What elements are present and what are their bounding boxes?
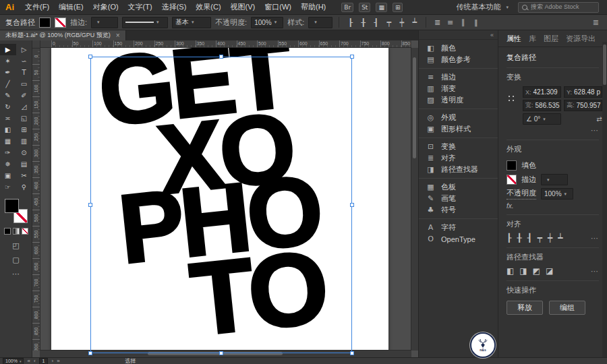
hand-tool[interactable]: ☞ xyxy=(0,181,16,193)
rotate-tool[interactable]: ↻ xyxy=(0,101,16,113)
pathfinder-unite-icon[interactable]: ◧ xyxy=(507,266,514,276)
fill-color-swatch[interactable] xyxy=(39,18,51,28)
scrollbar-thumb[interactable] xyxy=(603,44,606,85)
brush-definition-select[interactable]: 基本 xyxy=(172,17,211,28)
pathfinder-intersect-icon[interactable]: ◩ xyxy=(533,266,540,276)
menu-item[interactable]: 编辑(E) xyxy=(54,2,88,12)
transform-more-options-icon[interactable]: ⋯ xyxy=(507,126,599,135)
selection-handle-w[interactable] xyxy=(88,203,92,207)
line-segment-tool[interactable]: ╱ xyxy=(0,78,16,90)
stroke-label[interactable]: 描边 xyxy=(521,175,536,185)
group-button[interactable]: 编组 xyxy=(549,301,585,315)
shape-builder-tool[interactable]: ◧ xyxy=(0,124,16,135)
stock-icon[interactable]: St xyxy=(359,3,370,12)
first-artboard-icon[interactable]: « xyxy=(27,358,30,364)
menu-item[interactable]: 帮助(H) xyxy=(296,2,330,12)
panel-item-opentype[interactable]: O OpenType xyxy=(419,233,498,245)
pathfinder-minus-front-icon[interactable]: ◨ xyxy=(519,266,527,276)
scrollbar-thumb[interactable] xyxy=(413,57,416,158)
style-select[interactable] xyxy=(308,17,333,28)
panel-item-graphic-styles[interactable]: ▣ 图形样式 xyxy=(419,123,498,135)
opacity-label[interactable]: 不透明度 xyxy=(507,188,536,200)
panel-item-transparency[interactable]: ▨ 透明度 xyxy=(419,94,498,106)
selection-tool[interactable]: ▶ xyxy=(0,44,16,55)
panel-tab[interactable]: 图层 xyxy=(544,34,558,44)
menu-item[interactable]: 文字(T) xyxy=(123,2,157,12)
selection-handle-n[interactable] xyxy=(219,55,223,59)
vertical-ruler[interactable]: 0501001502002503003504004505005506006507… xyxy=(32,48,40,351)
edit-toolbar-icon[interactable]: ⋯ xyxy=(12,270,20,278)
eyedropper-tool[interactable]: ✑ xyxy=(0,147,16,158)
panel-item-symbols[interactable]: ♣ 符号 xyxy=(419,204,498,216)
selection-handle-sw[interactable] xyxy=(88,351,92,355)
pen-tool[interactable]: ✒ xyxy=(0,67,16,78)
align-vertical-center-icon[interactable]: ┿ xyxy=(548,233,552,243)
align-vertical-center-icon[interactable]: ┿ xyxy=(397,18,407,27)
variable-width-profile-select[interactable] xyxy=(122,17,168,28)
width-field[interactable]: 宽: 586.535 xyxy=(523,100,561,111)
align-horizontal-left-icon[interactable]: ┠ xyxy=(345,18,355,27)
symbol-sprayer-tool[interactable]: ✵ xyxy=(0,158,16,170)
previous-artboard-icon[interactable]: ‹ xyxy=(34,358,36,364)
selection-handle-ne[interactable] xyxy=(350,55,354,59)
mesh-tool[interactable]: ▦ xyxy=(0,135,16,147)
artboard-number-field[interactable]: 1 xyxy=(39,358,49,364)
horizontal-ruler[interactable]: 0501001502002503003504004505005506006507… xyxy=(40,40,411,48)
align-horizontal-right-icon[interactable]: ┨ xyxy=(371,18,381,27)
drawing-mode-icon[interactable]: ◰ xyxy=(12,241,19,250)
scale-tool[interactable]: ◿ xyxy=(16,101,32,113)
direct-selection-tool[interactable]: ▷ xyxy=(16,44,32,55)
distribute-top-icon[interactable]: ≣ xyxy=(432,18,442,27)
gradient-mode-icon[interactable] xyxy=(13,228,20,235)
panel-scrollbar[interactable] xyxy=(602,42,607,357)
align-horizontal-left-icon[interactable]: ┠ xyxy=(507,233,511,243)
panel-menu-icon[interactable]: ≣ xyxy=(593,18,602,27)
column-graph-tool[interactable]: ▤ xyxy=(16,158,32,170)
selection-handle-se[interactable] xyxy=(350,351,354,355)
panel-tab[interactable]: 属性 xyxy=(507,34,521,44)
align-vertical-bottom-icon[interactable]: ┷ xyxy=(558,233,562,243)
menu-item[interactable]: 选择(S) xyxy=(157,2,192,12)
color-mode-icon[interactable] xyxy=(4,228,11,235)
pathfinder-more-options-icon[interactable]: ⋯ xyxy=(591,267,599,276)
panel-item-character[interactable]: A 字符 xyxy=(419,222,498,233)
arrange-documents-icon[interactable]: ▦ xyxy=(376,3,387,12)
expand-panels-icon[interactable]: « xyxy=(490,32,494,38)
app-logo[interactable]: Ai xyxy=(0,2,20,12)
blend-tool[interactable]: ⊙ xyxy=(16,147,32,158)
opacity-select[interactable]: 100% xyxy=(541,188,573,200)
menu-item[interactable]: 文件(F) xyxy=(20,2,54,12)
panel-item-appearance[interactable]: ◎ 外观 xyxy=(419,112,498,123)
panel-tab[interactable]: 库 xyxy=(529,34,536,44)
distribute-center-icon[interactable]: ≡ xyxy=(445,18,455,27)
distribute-spacing-icon[interactable]: ‖ xyxy=(471,18,481,27)
menu-item[interactable]: 效果(C) xyxy=(191,2,225,12)
rotation-angle-select[interactable]: ∠ 0° xyxy=(523,113,561,125)
stroke-weight-select[interactable] xyxy=(541,174,568,185)
menu-item[interactable]: 对象(O) xyxy=(88,2,123,12)
pencil-tool[interactable]: ✐ xyxy=(16,90,32,101)
stroke-weight-select[interactable] xyxy=(91,17,118,28)
document-tab[interactable]: 未标题-1.ai* @ 100% (RGB/GPU 预览) × xyxy=(0,30,126,40)
canvas-area[interactable]: 0501001502002503003504004505005506006507… xyxy=(32,40,418,357)
selection-bounding-box[interactable] xyxy=(90,57,352,353)
last-artboard-icon[interactable]: » xyxy=(57,358,59,364)
free-transform-tool[interactable]: ◱ xyxy=(16,113,32,124)
panel-item-gradient[interactable]: ▥ 渐变 xyxy=(419,83,498,94)
type-tool[interactable]: T xyxy=(16,67,32,78)
screen-mode-icon[interactable]: ▢ xyxy=(12,255,19,264)
panel-item-brushes[interactable]: ✎ 画笔 xyxy=(419,193,498,204)
bridge-icon[interactable]: Br xyxy=(341,3,353,12)
gradient-tool[interactable]: ▥ xyxy=(16,135,32,147)
perspective-grid-tool[interactable]: ⊞ xyxy=(16,124,32,135)
align-vertical-top-icon[interactable]: ┯ xyxy=(538,233,542,243)
menu-item[interactable]: 窗口(W) xyxy=(260,2,296,12)
close-tab-icon[interactable]: × xyxy=(116,32,120,39)
pathfinder-exclude-icon[interactable]: ◪ xyxy=(546,266,553,276)
distribute-left-icon[interactable]: ∥ xyxy=(458,18,468,27)
align-horizontal-center-icon[interactable]: ╂ xyxy=(358,18,368,27)
fill-label[interactable]: 填色 xyxy=(521,160,536,171)
align-horizontal-center-icon[interactable]: ╂ xyxy=(517,233,521,243)
zoom-tool[interactable]: ⚲ xyxy=(16,181,32,193)
flip-horizontal-icon[interactable]: ⇄ xyxy=(596,115,602,123)
